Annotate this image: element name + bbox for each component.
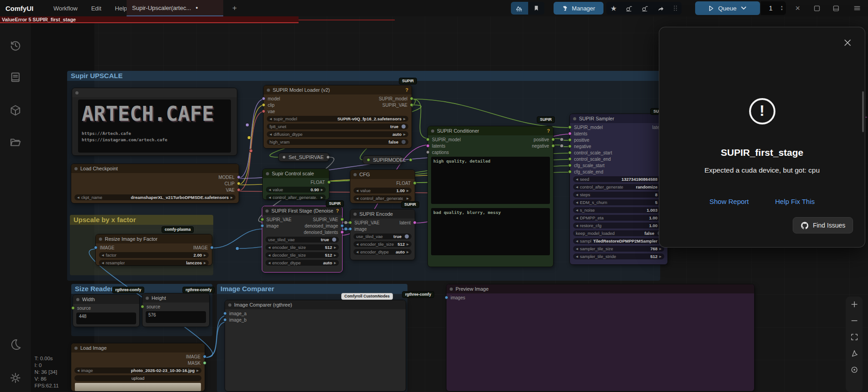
stat-time: T: 0.00s — [34, 355, 59, 362]
close-icon — [843, 38, 852, 47]
node-library-icon[interactable] — [9, 104, 22, 117]
chevron-down-icon — [741, 6, 746, 10]
manager-button-label: Manager — [572, 5, 595, 12]
find-issues-label: Find Issues — [813, 222, 845, 229]
interrupt-button[interactable]: × — [793, 4, 803, 13]
manager-button[interactable]: Manager — [554, 2, 603, 15]
select-mode-icon[interactable] — [849, 348, 859, 358]
clear-vram-icon[interactable] — [625, 5, 633, 12]
dialog-scrollbar[interactable] — [862, 91, 864, 132]
favorites-star-icon[interactable]: ★ — [610, 4, 617, 13]
share-icon[interactable] — [657, 5, 665, 12]
bottom-panel-icon[interactable] — [831, 4, 841, 13]
node-source-badge: rgthree-comfy — [112, 287, 144, 293]
stat-v: V: 86 — [34, 376, 59, 382]
show-report-link[interactable]: Show Report — [710, 198, 749, 205]
stepper-up-icon: ▲ — [780, 5, 783, 8]
clear-models-icon[interactable] — [641, 5, 649, 12]
find-issues-button[interactable]: Find Issues — [793, 217, 853, 233]
perf-stats: T: 0.00s I: 0 N: 36 [34] V: 86 FPS:62.11 — [34, 355, 59, 389]
fit-view-icon[interactable] — [849, 332, 859, 342]
drag-handle-icon[interactable] — [673, 5, 677, 12]
bookmark-icon — [533, 5, 540, 12]
dialog-message: Expected a cuda device, but got: cpu — [659, 166, 865, 174]
workflow-image-button[interactable] — [511, 2, 528, 15]
focus-mode-icon[interactable] — [849, 365, 859, 375]
error-toast-text: ValueError 5 SUPIR_first_stage — [2, 17, 76, 22]
stat-nodes: N: 36 [34] — [34, 369, 59, 376]
topbar-icon-strip: ★ — [606, 2, 682, 15]
app-logo: ComfyUI — [5, 5, 34, 12]
dialog-close-button[interactable] — [843, 38, 853, 48]
node-source-badge: SUPIR — [537, 116, 555, 123]
play-icon — [709, 5, 714, 11]
theme-moon-icon[interactable] — [9, 338, 22, 351]
unsaved-dot-icon: ● — [196, 5, 198, 10]
puzzle-icon — [562, 5, 569, 12]
stepper-down-icon: ▼ — [780, 8, 783, 11]
batch-count-panel: 1 ▲▼ — [761, 1, 786, 15]
node-source-badge: comfy-plasma — [162, 226, 194, 233]
batch-stepper[interactable]: ▲▼ — [780, 5, 783, 11]
workflow-tab-label: Supir-Upscaler(artec... — [132, 5, 191, 11]
canvas-toolbar — [846, 297, 863, 392]
error-toast[interactable]: ValueError 5 SUPIR_first_stage — [0, 16, 299, 23]
mountain-icon — [515, 4, 524, 13]
history-icon[interactable] — [9, 39, 22, 52]
menu-help[interactable]: Help — [115, 5, 127, 12]
node-source-badge: rgthree-comfy — [402, 291, 434, 298]
stat-iter: I: 0 — [34, 362, 59, 369]
bookmark-button[interactable] — [528, 2, 544, 15]
error-progress-line — [299, 20, 395, 20]
queue-button[interactable]: Queue — [695, 1, 760, 15]
node-source-badge: SUPIR — [401, 201, 419, 208]
top-menubar: ComfyUI Workflow Edit Help Supir-Upscale… — [0, 0, 868, 16]
batch-count-value[interactable]: 1 — [761, 5, 780, 12]
github-icon — [800, 221, 809, 230]
node-source-badge: rgthree-comfy — [182, 287, 215, 293]
hamburger-menu-icon[interactable] — [852, 4, 862, 13]
comfyui-app: Supir UPSCALEUpscale by x factorSize Rea… — [0, 0, 868, 392]
queue-button-label: Queue — [718, 5, 737, 12]
workflow-tab[interactable]: Supir-Upscaler(artec... ● — [127, 0, 223, 16]
left-sidebar — [0, 16, 31, 392]
help-fix-this-link[interactable]: Help Fix This — [775, 198, 814, 205]
error-dialog: ! SUPIR_first_stage Expected a cuda devi… — [659, 27, 865, 248]
stat-fps: FPS:62.11 — [34, 382, 59, 389]
workflows-folder-icon[interactable] — [9, 136, 22, 149]
menu-workflow[interactable]: Workflow — [54, 5, 78, 12]
menu-edit[interactable]: Edit — [91, 5, 101, 12]
maximize-icon[interactable] — [812, 4, 822, 13]
settings-gear-icon[interactable] — [9, 372, 22, 384]
zoom-out-icon[interactable] — [849, 316, 859, 326]
logs-icon[interactable] — [9, 71, 22, 84]
dialog-title: SUPIR_first_stage — [659, 147, 865, 158]
node-source-badge: Comfyroll CustomNodes — [341, 293, 393, 300]
node-source-badge: SUPIR — [399, 78, 417, 84]
new-workflow-button[interactable]: + — [229, 3, 240, 13]
warning-circle-icon: ! — [749, 98, 775, 124]
node-source-badge: SUPIR — [326, 200, 344, 207]
zoom-in-icon[interactable] — [849, 299, 859, 309]
